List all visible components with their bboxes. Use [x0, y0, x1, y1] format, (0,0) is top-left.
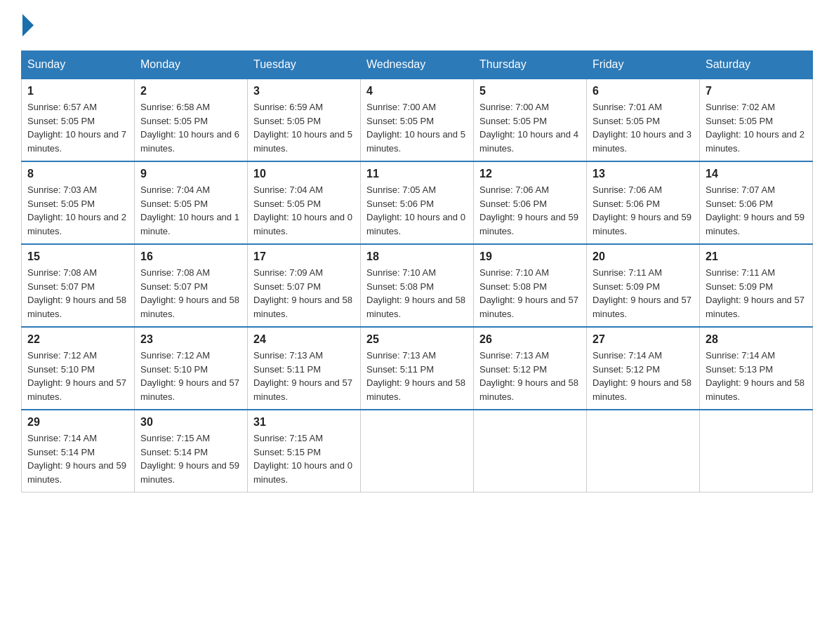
- calendar-cell: 12Sunrise: 7:06 AMSunset: 5:06 PMDayligh…: [474, 161, 587, 244]
- calendar-cell: 5Sunrise: 7:00 AMSunset: 5:05 PMDaylight…: [474, 79, 587, 161]
- col-header-friday: Friday: [587, 51, 700, 79]
- calendar-cell: 31Sunrise: 7:15 AMSunset: 5:15 PMDayligh…: [248, 410, 361, 492]
- calendar-cell: 23Sunrise: 7:12 AMSunset: 5:10 PMDayligh…: [135, 327, 248, 410]
- calendar-week-row: 29Sunrise: 7:14 AMSunset: 5:14 PMDayligh…: [22, 410, 813, 492]
- col-header-sunday: Sunday: [22, 51, 135, 79]
- day-info: Sunrise: 7:08 AMSunset: 5:07 PMDaylight:…: [27, 267, 126, 319]
- calendar-cell: [361, 410, 474, 492]
- calendar-cell: 19Sunrise: 7:10 AMSunset: 5:08 PMDayligh…: [474, 244, 587, 327]
- calendar-cell: 20Sunrise: 7:11 AMSunset: 5:09 PMDayligh…: [587, 244, 700, 327]
- calendar-cell: 7Sunrise: 7:02 AMSunset: 5:05 PMDaylight…: [700, 79, 813, 161]
- day-number: 28: [706, 333, 807, 346]
- day-number: 8: [27, 168, 128, 180]
- calendar-cell: 1Sunrise: 6:57 AMSunset: 5:05 PMDaylight…: [22, 79, 135, 161]
- calendar-cell: [474, 410, 587, 492]
- day-info: Sunrise: 7:04 AMSunset: 5:05 PMDaylight:…: [140, 185, 239, 236]
- day-number: 29: [27, 416, 128, 429]
- calendar-week-row: 1Sunrise: 6:57 AMSunset: 5:05 PMDaylight…: [22, 79, 813, 161]
- calendar-cell: 18Sunrise: 7:10 AMSunset: 5:08 PMDayligh…: [361, 244, 474, 327]
- calendar-cell: 13Sunrise: 7:06 AMSunset: 5:06 PMDayligh…: [587, 161, 700, 244]
- calendar-cell: 29Sunrise: 7:14 AMSunset: 5:14 PMDayligh…: [22, 410, 135, 492]
- day-info: Sunrise: 7:04 AMSunset: 5:05 PMDaylight:…: [253, 185, 352, 236]
- day-info: Sunrise: 7:13 AMSunset: 5:11 PMDaylight:…: [366, 350, 465, 402]
- calendar-cell: 4Sunrise: 7:00 AMSunset: 5:05 PMDaylight…: [361, 79, 474, 161]
- calendar-cell: 6Sunrise: 7:01 AMSunset: 5:05 PMDaylight…: [587, 79, 700, 161]
- day-info: Sunrise: 7:03 AMSunset: 5:05 PMDaylight:…: [27, 185, 126, 236]
- day-info: Sunrise: 7:11 AMSunset: 5:09 PMDaylight:…: [593, 267, 691, 319]
- day-info: Sunrise: 7:05 AMSunset: 5:06 PMDaylight:…: [366, 185, 465, 236]
- day-number: 26: [479, 333, 581, 346]
- day-info: Sunrise: 7:01 AMSunset: 5:05 PMDaylight:…: [593, 102, 691, 154]
- col-header-monday: Monday: [135, 51, 248, 79]
- day-info: Sunrise: 6:59 AMSunset: 5:05 PMDaylight:…: [253, 102, 352, 154]
- day-number: 31: [253, 416, 355, 429]
- day-number: 7: [706, 85, 807, 98]
- calendar-cell: 9Sunrise: 7:04 AMSunset: 5:05 PMDaylight…: [135, 161, 248, 244]
- calendar-cell: 26Sunrise: 7:13 AMSunset: 5:12 PMDayligh…: [474, 327, 587, 410]
- calendar-cell: 11Sunrise: 7:05 AMSunset: 5:06 PMDayligh…: [361, 161, 474, 244]
- day-info: Sunrise: 7:14 AMSunset: 5:12 PMDaylight:…: [593, 350, 691, 402]
- day-info: Sunrise: 7:06 AMSunset: 5:06 PMDaylight:…: [479, 185, 578, 236]
- day-number: 2: [140, 85, 241, 98]
- day-number: 12: [479, 168, 581, 180]
- calendar-cell: 21Sunrise: 7:11 AMSunset: 5:09 PMDayligh…: [700, 244, 813, 327]
- calendar-cell: 25Sunrise: 7:13 AMSunset: 5:11 PMDayligh…: [361, 327, 474, 410]
- day-number: 5: [479, 85, 581, 98]
- day-number: 13: [593, 168, 694, 180]
- page-header: [21, 14, 813, 36]
- day-number: 3: [253, 85, 355, 98]
- calendar-cell: 16Sunrise: 7:08 AMSunset: 5:07 PMDayligh…: [135, 244, 248, 327]
- calendar-week-row: 8Sunrise: 7:03 AMSunset: 5:05 PMDaylight…: [22, 161, 813, 244]
- day-info: Sunrise: 7:10 AMSunset: 5:08 PMDaylight:…: [479, 267, 578, 319]
- calendar-cell: 27Sunrise: 7:14 AMSunset: 5:12 PMDayligh…: [587, 327, 700, 410]
- day-number: 15: [27, 250, 128, 263]
- calendar-cell: 15Sunrise: 7:08 AMSunset: 5:07 PMDayligh…: [22, 244, 135, 327]
- day-number: 20: [593, 250, 694, 263]
- day-number: 18: [366, 250, 468, 263]
- day-number: 30: [140, 416, 241, 429]
- calendar-table: SundayMondayTuesdayWednesdayThursdayFrid…: [21, 51, 813, 492]
- calendar-cell: [700, 410, 813, 492]
- day-info: Sunrise: 7:12 AMSunset: 5:10 PMDaylight:…: [27, 350, 126, 402]
- logo: [21, 14, 37, 36]
- day-info: Sunrise: 7:14 AMSunset: 5:14 PMDaylight:…: [27, 433, 126, 485]
- day-info: Sunrise: 7:07 AMSunset: 5:06 PMDaylight:…: [706, 185, 805, 236]
- calendar-cell: 2Sunrise: 6:58 AMSunset: 5:05 PMDaylight…: [135, 79, 248, 161]
- col-header-thursday: Thursday: [474, 51, 587, 79]
- day-number: 6: [593, 85, 694, 98]
- day-number: 4: [366, 85, 468, 98]
- day-number: 22: [27, 333, 128, 346]
- calendar-week-row: 15Sunrise: 7:08 AMSunset: 5:07 PMDayligh…: [22, 244, 813, 327]
- calendar-cell: 3Sunrise: 6:59 AMSunset: 5:05 PMDaylight…: [248, 79, 361, 161]
- day-info: Sunrise: 7:15 AMSunset: 5:14 PMDaylight:…: [140, 433, 239, 485]
- day-number: 23: [140, 333, 241, 346]
- calendar-cell: 10Sunrise: 7:04 AMSunset: 5:05 PMDayligh…: [248, 161, 361, 244]
- logo-triangle-icon: [22, 14, 34, 36]
- calendar-cell: 17Sunrise: 7:09 AMSunset: 5:07 PMDayligh…: [248, 244, 361, 327]
- calendar-cell: [587, 410, 700, 492]
- col-header-tuesday: Tuesday: [248, 51, 361, 79]
- day-info: Sunrise: 7:15 AMSunset: 5:15 PMDaylight:…: [253, 433, 352, 485]
- day-number: 27: [593, 333, 694, 346]
- day-number: 9: [140, 168, 241, 180]
- calendar-cell: 28Sunrise: 7:14 AMSunset: 5:13 PMDayligh…: [700, 327, 813, 410]
- day-info: Sunrise: 7:08 AMSunset: 5:07 PMDaylight:…: [140, 267, 239, 319]
- calendar-header-row: SundayMondayTuesdayWednesdayThursdayFrid…: [22, 51, 813, 79]
- calendar-cell: 24Sunrise: 7:13 AMSunset: 5:11 PMDayligh…: [248, 327, 361, 410]
- day-number: 25: [366, 333, 468, 346]
- day-number: 11: [366, 168, 468, 180]
- day-number: 21: [706, 250, 807, 263]
- calendar-cell: 14Sunrise: 7:07 AMSunset: 5:06 PMDayligh…: [700, 161, 813, 244]
- col-header-saturday: Saturday: [700, 51, 813, 79]
- day-number: 10: [253, 168, 355, 180]
- day-info: Sunrise: 7:00 AMSunset: 5:05 PMDaylight:…: [366, 102, 465, 154]
- day-info: Sunrise: 7:13 AMSunset: 5:11 PMDaylight:…: [253, 350, 352, 402]
- day-info: Sunrise: 6:57 AMSunset: 5:05 PMDaylight:…: [27, 102, 126, 154]
- day-info: Sunrise: 7:14 AMSunset: 5:13 PMDaylight:…: [706, 350, 805, 402]
- day-info: Sunrise: 7:12 AMSunset: 5:10 PMDaylight:…: [140, 350, 239, 402]
- day-number: 16: [140, 250, 241, 263]
- day-info: Sunrise: 6:58 AMSunset: 5:05 PMDaylight:…: [140, 102, 239, 154]
- day-number: 19: [479, 250, 581, 263]
- day-number: 14: [706, 168, 807, 180]
- calendar-cell: 8Sunrise: 7:03 AMSunset: 5:05 PMDaylight…: [22, 161, 135, 244]
